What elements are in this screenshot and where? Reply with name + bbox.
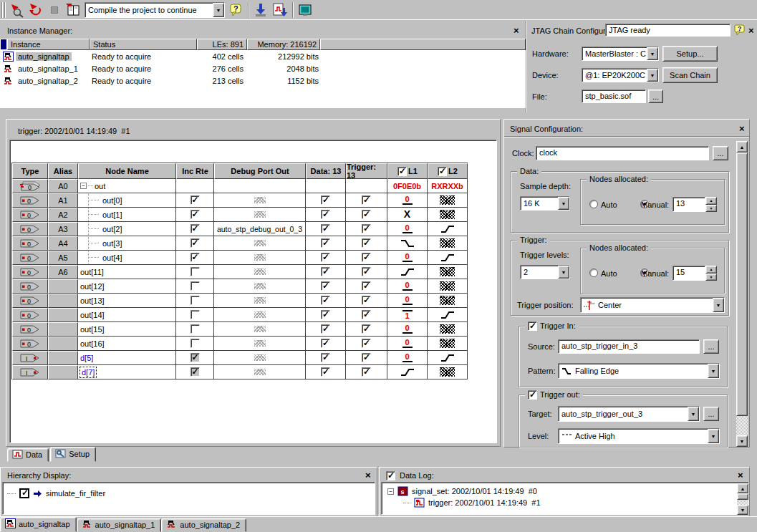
trigger-enable-checkbox[interactable] bbox=[362, 339, 371, 348]
jtag-help-button[interactable]: ? bbox=[733, 24, 746, 37]
data-enable-cell[interactable] bbox=[306, 351, 346, 365]
target-dropdown[interactable]: auto_stp_trigger_out_3 ▼ bbox=[558, 406, 700, 422]
instance-row[interactable]: auto_signaltap_2Ready to acquire213 cell… bbox=[0, 75, 526, 87]
signal-alias-cell[interactable] bbox=[48, 322, 78, 337]
signal-node-name-cell[interactable]: out[4] bbox=[78, 251, 176, 265]
trigger-enable-cell[interactable] bbox=[346, 251, 387, 265]
instance-tab-auto_signaltap_2[interactable]: auto_signaltap_2 bbox=[161, 518, 246, 532]
l1-trigger-condition-cell[interactable]: 1 bbox=[387, 308, 428, 322]
data-enable-cell[interactable] bbox=[306, 294, 346, 308]
instance-name[interactable]: auto_signaltap bbox=[16, 52, 72, 61]
trigger-log-entry[interactable]: trigger: 2002/10/01 14:19:49 #1 bbox=[428, 498, 541, 507]
data-enable-checkbox[interactable] bbox=[321, 296, 330, 305]
trigger-enable-cell[interactable] bbox=[346, 351, 387, 365]
l2-trigger-condition-cell[interactable] bbox=[428, 294, 468, 308]
trigger-position-dropdown[interactable]: Center ▼ bbox=[580, 297, 725, 313]
trigger-enable-cell[interactable] bbox=[346, 337, 387, 351]
sample-depth-dropdown-arrow[interactable]: ▼ bbox=[558, 197, 569, 210]
trigger-nodes-spin-down[interactable]: ▼ bbox=[705, 274, 717, 281]
signal-alias-cell[interactable]: A1 bbox=[48, 193, 78, 208]
l2-trigger-condition-cell[interactable] bbox=[428, 322, 468, 337]
clock-field[interactable]: clock bbox=[536, 146, 709, 160]
trigger-enable-cell[interactable] bbox=[346, 208, 387, 222]
signal-alias-cell[interactable] bbox=[48, 294, 78, 308]
status-message-dropdown-arrow[interactable]: ▼ bbox=[213, 3, 224, 17]
inc-rte-cell[interactable] bbox=[176, 337, 214, 351]
data-enable-checkbox[interactable] bbox=[321, 267, 330, 276]
l2-trigger-condition-cell[interactable] bbox=[428, 337, 468, 351]
trigger-in-checkbox[interactable] bbox=[528, 321, 537, 331]
l2-header-checkbox[interactable] bbox=[438, 167, 447, 176]
data-enable-checkbox[interactable] bbox=[321, 281, 330, 291]
signal-alias-cell[interactable] bbox=[48, 365, 78, 379]
l1-trigger-condition-cell[interactable] bbox=[387, 265, 428, 279]
signal-configuration-close-button[interactable]: × bbox=[739, 124, 745, 133]
status-message-dropdown[interactable]: Compile the project to continue ▼ bbox=[85, 2, 225, 18]
instance-row[interactable]: auto_signaltapReady to acquire402 cells2… bbox=[0, 51, 526, 63]
device-dropdown[interactable]: @1: EP20K200C ▼ bbox=[582, 68, 659, 82]
inc-rte-cell[interactable] bbox=[176, 251, 214, 265]
pattern-dropdown[interactable]: Falling Edge ▼ bbox=[558, 363, 720, 379]
trigger-enable-cell[interactable] bbox=[346, 322, 387, 337]
data-enable-checkbox[interactable] bbox=[321, 195, 330, 205]
trigger-levels-dropdown[interactable]: 2 ▼ bbox=[520, 265, 570, 279]
scrollbar-track[interactable] bbox=[737, 500, 748, 505]
trigger-enable-cell[interactable] bbox=[346, 236, 387, 251]
signal-node-name-cell[interactable]: out[14] bbox=[78, 308, 176, 322]
signal-alias-cell[interactable]: A5 bbox=[48, 251, 78, 265]
data-enable-cell[interactable] bbox=[306, 236, 346, 251]
l1-trigger-condition-cell[interactable]: 0F0E0b bbox=[387, 179, 428, 193]
signal-alias-cell[interactable]: A0 bbox=[48, 179, 78, 193]
signal-node-name-cell[interactable]: d[7] bbox=[78, 365, 176, 379]
target-dropdown-arrow[interactable]: ▼ bbox=[688, 407, 699, 421]
trigger-enable-cell[interactable] bbox=[346, 308, 387, 322]
signal-alias-cell[interactable] bbox=[48, 351, 78, 365]
data-enable-cell[interactable] bbox=[306, 222, 346, 236]
signal-alias-cell[interactable]: A4 bbox=[48, 236, 78, 251]
hierarchy-item-label[interactable]: simulate_fir_filter bbox=[46, 489, 105, 498]
inc-rte-cell[interactable] bbox=[176, 222, 214, 236]
l2-trigger-condition-cell[interactable]: RXRXXb bbox=[428, 179, 468, 193]
signal-node-name-cell[interactable]: out[1] bbox=[78, 208, 176, 222]
target-browse-button[interactable]: ... bbox=[703, 407, 719, 421]
signal-alias-cell[interactable]: A2 bbox=[48, 208, 78, 222]
file-browse-button[interactable]: ... bbox=[648, 90, 663, 103]
instance-name[interactable]: auto_signaltap_1 bbox=[16, 64, 80, 73]
data-enable-cell[interactable] bbox=[306, 308, 346, 322]
l2-trigger-condition-cell[interactable] bbox=[428, 251, 468, 265]
autorun-analysis-button[interactable] bbox=[27, 1, 44, 19]
l2-trigger-condition-cell[interactable] bbox=[428, 365, 468, 379]
trigger-enable-checkbox[interactable] bbox=[362, 195, 371, 205]
read-data-button[interactable] bbox=[271, 1, 288, 19]
message-help-button[interactable]: ? bbox=[228, 2, 244, 18]
inc-rte-checkbox[interactable] bbox=[191, 310, 200, 319]
trigger-enable-cell[interactable] bbox=[346, 193, 387, 208]
inc-rte-checkbox[interactable] bbox=[191, 210, 200, 219]
inc-rte-cell[interactable] bbox=[176, 351, 214, 365]
jtag-close-button[interactable]: × bbox=[748, 26, 754, 35]
l1-header-checkbox[interactable] bbox=[397, 167, 407, 176]
trigger-position-dropdown-arrow[interactable]: ▼ bbox=[713, 298, 724, 312]
data-nodes-value[interactable]: 13 bbox=[672, 197, 705, 212]
trigger-enable-checkbox[interactable] bbox=[362, 253, 371, 262]
monitor-button[interactable] bbox=[296, 1, 314, 19]
setup-button[interactable]: Setup... bbox=[662, 46, 718, 62]
inc-rte-checkbox[interactable] bbox=[191, 253, 200, 262]
level-dropdown[interactable]: Active High ▼ bbox=[558, 428, 720, 444]
scan-chain-button[interactable]: Scan Chain bbox=[662, 67, 718, 83]
program-device-button[interactable] bbox=[252, 1, 269, 19]
tab-data[interactable]: Data bbox=[7, 448, 49, 462]
signal-set-log-entry[interactable]: signal_set: 2002/10/01 14:19:49 #0 bbox=[412, 487, 537, 495]
trigger-enable-checkbox[interactable] bbox=[362, 281, 371, 291]
trigger-enable-checkbox[interactable] bbox=[362, 353, 371, 362]
l1-trigger-condition-cell[interactable]: 0 bbox=[387, 279, 428, 294]
scrollbar-thumb[interactable] bbox=[737, 493, 748, 500]
signal-alias-cell[interactable] bbox=[48, 308, 78, 322]
l1-trigger-condition-cell[interactable]: 0 bbox=[387, 193, 428, 208]
l1-trigger-condition-cell[interactable]: X bbox=[387, 208, 428, 222]
data-enable-checkbox[interactable] bbox=[321, 238, 330, 248]
compile-project-button[interactable] bbox=[64, 1, 82, 19]
signal-node-name-cell[interactable]: out[16] bbox=[78, 337, 176, 351]
trigger-levels-dropdown-arrow[interactable]: ▼ bbox=[558, 266, 569, 279]
hardware-dropdown-arrow[interactable]: ▼ bbox=[647, 47, 658, 60]
